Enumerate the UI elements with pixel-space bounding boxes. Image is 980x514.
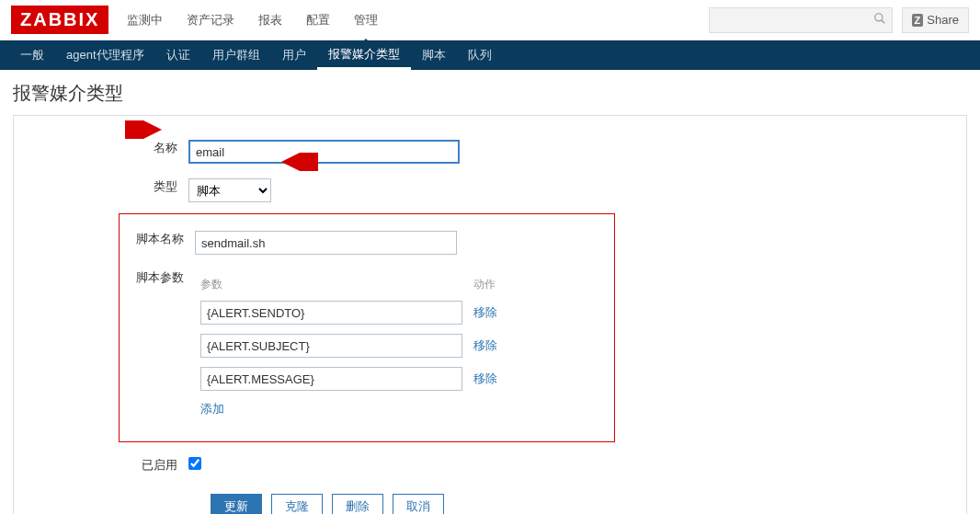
type-label: 类型 [27,171,183,210]
button-row: 更新 克隆 删除 取消 [27,494,953,514]
search-input[interactable] [719,13,873,27]
type-select[interactable]: 脚本 [188,178,271,202]
search-box[interactable] [709,7,893,33]
search-icon[interactable] [873,12,886,28]
subnav-item-mediatypes[interactable]: 报警媒介类型 [317,40,411,70]
cancel-button[interactable]: 取消 [393,494,444,514]
remove-link[interactable]: 移除 [473,338,497,352]
enabled-row: 已启用 [27,450,207,481]
name-label: 名称 [27,132,183,171]
param-row: 移除 [195,296,514,329]
param-row: 移除 [195,362,514,395]
update-button[interactable]: 更新 [211,494,262,514]
params-table: 参数 动作 移除 移除 [195,273,514,423]
subnav-item-proxies[interactable]: agent代理程序 [55,40,155,70]
subnav-item-usergroups[interactable]: 用户群组 [201,40,271,70]
form-table: 名称 类型 脚本 [27,132,465,210]
remove-link[interactable]: 移除 [473,371,497,385]
param-input-1[interactable] [200,334,462,358]
name-input[interactable] [188,140,460,164]
topnav-item-config[interactable]: 配置 [304,3,332,38]
page: 报警媒介类型 名称 类型 脚本 [0,70,980,514]
topnav-item-monitor[interactable]: 监测中 [125,3,165,38]
svg-line-1 [881,20,884,24]
add-link[interactable]: 添加 [200,402,224,416]
top-bar: ZABBIX 监测中 资产记录 报表 配置 管理 Z Share [0,0,980,40]
script-name-label: 脚本名称 [125,223,189,262]
script-name-input[interactable] [195,231,457,255]
topnav-item-admin[interactable]: 管理 [352,3,380,38]
topnav-item-reports[interactable]: 报表 [256,3,284,38]
delete-button[interactable]: 删除 [332,494,383,514]
enabled-label: 已启用 [27,450,183,481]
form-card: 名称 类型 脚本 脚本名称 [13,115,967,514]
subnav-item-scripts[interactable]: 脚本 [411,40,457,70]
topnav-item-inventory[interactable]: 资产记录 [185,3,236,38]
script-form: 脚本名称 脚本参数 参数 动作 [125,223,519,430]
top-nav: 监测中 资产记录 报表 配置 管理 [125,3,380,38]
param-input-2[interactable] [200,367,462,391]
sub-nav: 一般 agent代理程序 认证 用户群组 用户 报警媒介类型 脚本 队列 [0,40,980,70]
top-right: Z Share [709,7,969,33]
subnav-item-general[interactable]: 一般 [9,40,55,70]
share-button[interactable]: Z Share [902,7,969,33]
subnav-item-auth[interactable]: 认证 [155,40,201,70]
add-row: 添加 [195,395,514,423]
params-header-param: 参数 [195,273,468,296]
script-params-label: 脚本参数 [125,262,189,430]
param-row: 移除 [195,329,514,362]
params-header-row: 参数 动作 [195,273,514,296]
clone-button[interactable]: 克隆 [271,494,323,514]
share-z-icon: Z [912,14,924,27]
params-header-action: 动作 [468,273,514,296]
subnav-item-queue[interactable]: 队列 [457,40,503,70]
subnav-item-users[interactable]: 用户 [271,40,317,70]
share-label: Share [927,13,959,27]
enabled-checkbox[interactable] [188,457,201,470]
svg-point-0 [874,14,882,21]
logo: ZABBIX [11,6,108,34]
script-config-block: 脚本名称 脚本参数 参数 动作 [119,213,615,442]
page-title: 报警媒介类型 [13,81,967,106]
param-input-0[interactable] [200,301,462,325]
remove-link[interactable]: 移除 [473,305,497,319]
